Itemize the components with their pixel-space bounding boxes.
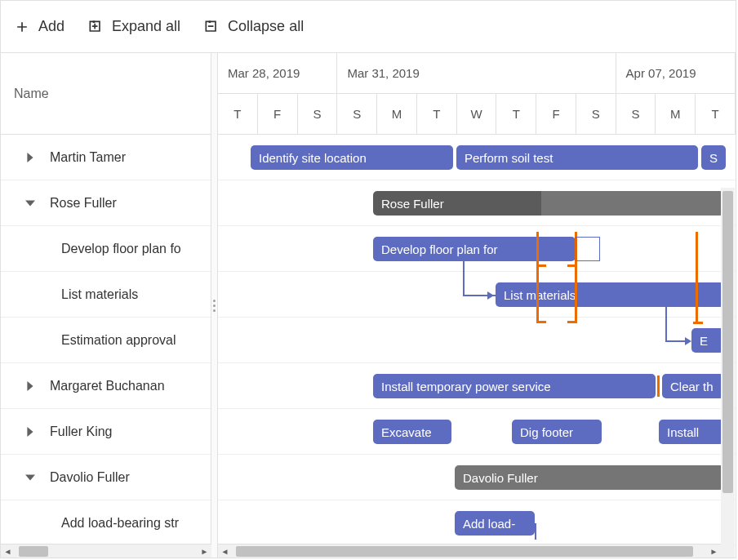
day-header-cell: T — [417, 94, 457, 135]
tree-row-label: List materials — [61, 287, 138, 302]
task-bar[interactable]: E — [691, 328, 724, 353]
task-bar-label: Excavate — [381, 425, 432, 439]
vertical-scrollbar[interactable]: ▼ — [721, 188, 735, 558]
gantt-row: Rose Fuller — [218, 180, 736, 226]
collapse-icon — [203, 19, 220, 35]
task-bar-label: Install — [667, 425, 699, 439]
task-bar-label: Add load- — [463, 517, 515, 531]
task-bar-label: Dig footer — [520, 425, 573, 439]
task-bar[interactable]: Davolio Fuller — [455, 465, 724, 490]
day-header-cell: T — [696, 94, 736, 135]
task-bar-label: E — [700, 334, 708, 348]
tree-row[interactable]: Develop floor plan fo — [1, 226, 211, 272]
task-bar[interactable]: Rose Fuller — [373, 191, 724, 216]
week-header-cell: Mar 31, 2019 — [337, 53, 616, 93]
add-button[interactable]: Add — [14, 18, 64, 35]
tree-row-label: Estimation approval — [61, 333, 176, 348]
collapse-all-button[interactable]: Collapse all — [203, 18, 304, 35]
week-header-cell: Apr 07, 2019 — [616, 53, 736, 93]
gantt-row: Identify site locationPerform soil testS — [218, 135, 736, 180]
add-label: Add — [38, 18, 64, 35]
task-bar[interactable]: Clear th — [662, 374, 724, 398]
tree-row-label: Martin Tamer — [50, 150, 126, 165]
day-header-cell: M — [656, 94, 696, 135]
task-bar[interactable]: Add load- — [455, 511, 535, 536]
tree-row-label: Davolio Fuller — [50, 470, 130, 485]
tree-row-label: Develop floor plan fo — [61, 242, 181, 256]
task-bar-label: S — [709, 151, 718, 165]
task-bar-label: Identify site location — [259, 151, 367, 165]
day-header-cell: S — [298, 94, 338, 135]
day-header-cell: T — [218, 94, 258, 135]
expand-label: Expand all — [112, 18, 180, 35]
day-header-cell: S — [616, 94, 656, 135]
tree-row[interactable]: Add load-bearing str — [1, 500, 211, 546]
dependency-line — [463, 261, 465, 295]
task-bar-label: Perform soil test — [465, 151, 553, 165]
task-bar-label: Clear th — [670, 380, 714, 393]
task-bar[interactable]: Dig footer — [512, 420, 602, 444]
expand-icon — [87, 19, 104, 35]
scroll-right-icon[interactable]: ► — [707, 544, 721, 558]
task-bar[interactable]: Install temporary power service — [373, 374, 656, 398]
name-column-header[interactable]: Name — [1, 53, 211, 135]
task-bar-outline — [576, 237, 600, 261]
expand-toggle-icon[interactable] — [20, 381, 40, 391]
dependency-line — [665, 307, 667, 340]
gantt-row: E — [218, 318, 736, 363]
scroll-left-icon[interactable]: ◄ — [1, 544, 15, 558]
tree-row[interactable]: Margaret Buchanan — [1, 363, 211, 409]
week-header-cell: Mar 28, 2019 — [218, 53, 337, 93]
tree-row[interactable]: Fuller King — [1, 409, 211, 455]
day-header-cell: M — [377, 94, 417, 135]
day-header-cell: S — [576, 94, 616, 135]
task-bar[interactable]: Identify site location — [251, 145, 453, 170]
baseline-marker — [696, 232, 698, 323]
tree-row-label: Margaret Buchanan — [50, 379, 165, 393]
toolbar: Add Expand all Collapse all — [1, 1, 736, 53]
baseline-marker — [693, 322, 703, 324]
expand-toggle-icon[interactable] — [20, 153, 40, 162]
scrollbar-thumb[interactable] — [19, 546, 48, 557]
scrollbar-thumb[interactable] — [722, 191, 733, 493]
scroll-right-icon[interactable]: ► — [198, 544, 211, 558]
task-bar[interactable]: Install — [659, 420, 724, 444]
task-bar[interactable]: Excavate — [373, 420, 451, 444]
task-bar-label: Develop floor plan for — [381, 242, 498, 256]
tree-row[interactable]: Estimation approval — [1, 318, 211, 363]
dependency-line — [535, 523, 536, 540]
timeline-header: Mar 28, 2019Mar 31, 2019Apr 07, 2019 TFS… — [218, 53, 736, 135]
collapse-toggle-icon[interactable] — [20, 198, 40, 208]
tree-row[interactable]: Davolio Fuller — [1, 455, 211, 500]
tree-row-label: Add load-bearing str — [61, 516, 179, 531]
left-horizontal-scrollbar[interactable]: ◄ ► — [1, 544, 211, 558]
tree-row[interactable]: List materials — [1, 272, 211, 318]
expand-all-button[interactable]: Expand all — [87, 18, 180, 35]
plus-icon — [14, 19, 30, 35]
splitter-handle[interactable] — [211, 53, 218, 558]
day-header-cell: W — [457, 94, 497, 135]
tree-row[interactable]: Martin Tamer — [1, 135, 211, 180]
collapse-label: Collapse all — [228, 18, 304, 35]
collapse-toggle-icon[interactable] — [20, 473, 40, 482]
task-bar-label: Davolio Fuller — [463, 471, 538, 485]
tree-row[interactable]: Rose Fuller — [1, 180, 211, 226]
task-bar[interactable]: S — [701, 145, 726, 170]
grip-icon — [213, 300, 216, 312]
tree-row-label: Fuller King — [50, 424, 112, 439]
dependency-arrow-icon — [487, 291, 494, 300]
expand-toggle-icon[interactable] — [20, 427, 40, 437]
right-horizontal-scrollbar[interactable]: ◄ ► — [218, 544, 721, 558]
task-bar[interactable]: List materials — [496, 282, 724, 307]
day-header-cell: F — [536, 94, 576, 135]
gantt-chart-pane: Mar 28, 2019Mar 31, 2019Apr 07, 2019 TFS… — [218, 53, 736, 558]
scroll-left-icon[interactable]: ◄ — [218, 544, 232, 558]
day-header-cell: F — [258, 94, 298, 135]
baseline-marker — [657, 376, 660, 397]
gantt-row: ExcavateDig footerInstall — [218, 409, 736, 455]
day-header-cell: T — [496, 94, 536, 135]
task-bar-label: Rose Fuller — [381, 197, 444, 211]
task-bar[interactable]: Perform soil test — [456, 145, 698, 170]
scrollbar-thumb[interactable] — [236, 546, 693, 557]
gantt-chart-body[interactable]: Identify site locationPerform soil testS… — [218, 135, 736, 558]
